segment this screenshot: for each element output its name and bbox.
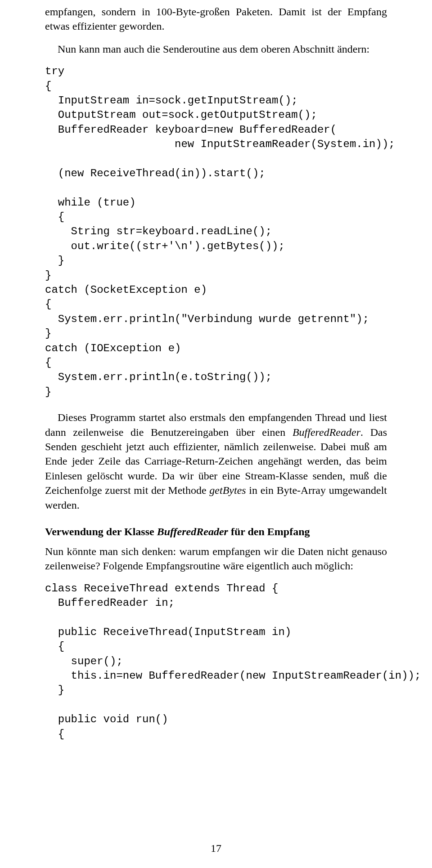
section-heading: Verwendung der Klasse BufferedReader für… (45, 526, 387, 538)
code-block: try { InputStream in=sock.getInputStream… (45, 64, 387, 399)
page-number: 17 (0, 842, 432, 855)
document-page: empfangen, sondern in 100-Byte-großen Pa… (0, 0, 432, 868)
italic-term: BufferedReader (157, 526, 228, 537)
heading-text: Verwendung der Klasse (45, 526, 157, 537)
body-paragraph: Nun kann man auch die Senderoutine aus d… (45, 42, 387, 56)
body-paragraph: empfangen, sondern in 100-Byte-großen Pa… (45, 4, 387, 34)
body-paragraph: Dieses Programm startet also erstmals de… (45, 410, 387, 512)
italic-term: getBytes (209, 484, 246, 496)
body-paragraph: Nun könnte man sich denken: warum empfan… (45, 544, 387, 573)
code-block: class ReceiveThread extends Thread { Buf… (45, 582, 387, 742)
heading-text: für den Empfang (228, 526, 310, 537)
italic-term: BufferedReader (292, 426, 360, 438)
